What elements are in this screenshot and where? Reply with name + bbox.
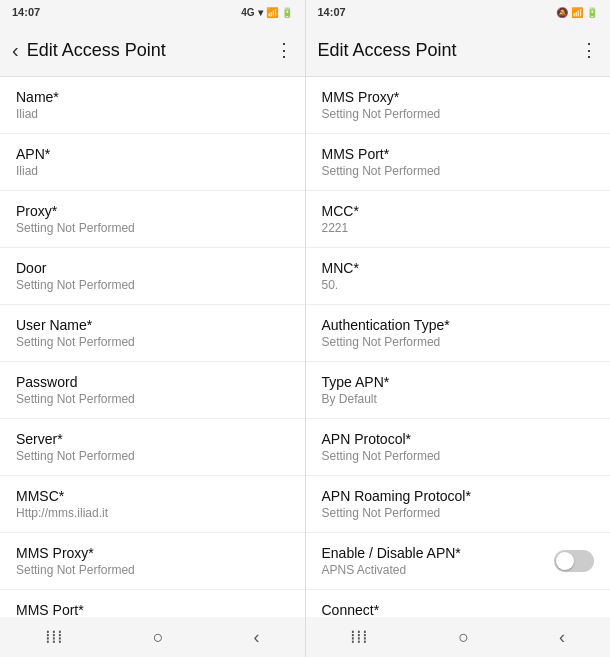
mute-icon-right: 🔕 — [556, 7, 568, 18]
back-nav-right[interactable]: ‹ — [559, 627, 565, 648]
nav-bar-right: ⁞⁞⁞ ○ ‹ — [306, 617, 611, 657]
setting-label: APN* — [16, 146, 289, 162]
list-item[interactable]: Password Setting Not Performed — [0, 362, 305, 419]
setting-value: Setting Not Performed — [16, 221, 289, 235]
setting-value: APNS Activated — [322, 563, 461, 577]
home-right[interactable]: ○ — [458, 627, 469, 648]
setting-value: Setting Not Performed — [16, 278, 289, 292]
setting-label: MMSC* — [16, 488, 289, 504]
setting-value: Setting Not Performed — [16, 449, 289, 463]
list-item[interactable]: Type APN* By Default — [306, 362, 611, 419]
setting-value: 2221 — [322, 221, 595, 235]
setting-label: MNC* — [322, 260, 595, 276]
setting-label: MMS Proxy* — [322, 89, 595, 105]
setting-value: Setting Not Performed — [322, 107, 595, 121]
wifi-icon-right: 📶 — [571, 7, 583, 18]
back-nav-left[interactable]: ‹ — [254, 627, 260, 648]
setting-value: Setting Not Performed — [16, 392, 289, 406]
status-icons-right: 🔕 📶 🔋 — [556, 7, 598, 18]
setting-value: Setting Not Performed — [322, 506, 595, 520]
setting-label: Enable / Disable APN* — [322, 545, 461, 561]
recent-apps-right[interactable]: ⁞⁞⁞ — [350, 626, 368, 648]
setting-label: MMS Proxy* — [16, 545, 289, 561]
setting-label: Name* — [16, 89, 289, 105]
signal-icon-left: 4G — [241, 7, 254, 18]
setting-value: 50. — [322, 278, 595, 292]
network-icon-left: 📶 — [266, 7, 278, 18]
phone-right: 14:07 🔕 📶 🔋 Edit Access Point ⋮ MMS Prox… — [306, 0, 611, 657]
status-bar-left: 14:07 4G ▾ 📶 🔋 — [0, 0, 305, 24]
battery-icon-left: 🔋 — [281, 7, 293, 18]
home-left[interactable]: ○ — [153, 627, 164, 648]
time-left: 14:07 — [12, 6, 40, 18]
setting-value: Setting Not Performed — [322, 164, 595, 178]
list-item[interactable]: Name* Iliad — [0, 77, 305, 134]
toggle-thumb — [556, 552, 574, 570]
list-item[interactable]: Enable / Disable APN* APNS Activated — [306, 533, 611, 590]
status-icons-left: 4G ▾ 📶 🔋 — [241, 7, 292, 18]
wifi-icon-left: ▾ — [258, 7, 263, 18]
setting-value: By Default — [322, 392, 595, 406]
phones-container: 14:07 4G ▾ 📶 🔋 ‹ Edit Access Point ⋮ Nam… — [0, 0, 610, 657]
setting-label: User Name* — [16, 317, 289, 333]
setting-label: Type APN* — [322, 374, 595, 390]
setting-label: Door — [16, 260, 289, 276]
list-item[interactable]: MMS Proxy* Setting Not Performed — [0, 533, 305, 590]
back-button-left[interactable]: ‹ — [12, 39, 19, 62]
list-item[interactable]: MNC* 50. — [306, 248, 611, 305]
list-item[interactable]: APN Protocol* Setting Not Performed — [306, 419, 611, 476]
setting-value: Http://mms.iliad.it — [16, 506, 289, 520]
list-item[interactable]: Connect* Not Specified — [306, 590, 611, 617]
nav-bar-left: ⁞⁞⁞ ○ ‹ — [0, 617, 305, 657]
toggle-switch[interactable] — [554, 550, 594, 572]
list-item[interactable]: MMS Port* Impostazione con risulto — [0, 590, 305, 617]
list-item[interactable]: MMS Proxy* Setting Not Performed — [306, 77, 611, 134]
list-item[interactable]: APN* Iliad — [0, 134, 305, 191]
more-menu-right[interactable]: ⋮ — [580, 39, 598, 61]
setting-value: Setting Not Performed — [16, 563, 289, 577]
page-title-right: Edit Access Point — [318, 40, 581, 61]
status-bar-right: 14:07 🔕 📶 🔋 — [306, 0, 611, 24]
setting-value: Setting Not Performed — [322, 449, 595, 463]
setting-label: APN Roaming Protocol* — [322, 488, 595, 504]
page-title-left: Edit Access Point — [27, 40, 275, 61]
setting-label: MMS Port* — [16, 602, 289, 617]
app-bar-left: ‹ Edit Access Point ⋮ — [0, 24, 305, 76]
list-item[interactable]: APN Roaming Protocol* Setting Not Perfor… — [306, 476, 611, 533]
phone-left: 14:07 4G ▾ 📶 🔋 ‹ Edit Access Point ⋮ Nam… — [0, 0, 306, 657]
recent-apps-left[interactable]: ⁞⁞⁞ — [45, 626, 63, 648]
setting-label: MMS Port* — [322, 146, 595, 162]
settings-list-left[interactable]: Name* Iliad APN* Iliad Proxy* Setting No… — [0, 77, 305, 617]
setting-value: Setting Not Performed — [322, 335, 595, 349]
list-item[interactable]: MMSC* Http://mms.iliad.it — [0, 476, 305, 533]
list-item[interactable]: Authentication Type* Setting Not Perform… — [306, 305, 611, 362]
list-item[interactable]: MMS Port* Setting Not Performed — [306, 134, 611, 191]
list-item[interactable]: Server* Setting Not Performed — [0, 419, 305, 476]
time-right: 14:07 — [318, 6, 346, 18]
setting-value: Iliad — [16, 164, 289, 178]
list-item[interactable]: Proxy* Setting Not Performed — [0, 191, 305, 248]
setting-label: Authentication Type* — [322, 317, 595, 333]
setting-label: MCC* — [322, 203, 595, 219]
setting-value: Setting Not Performed — [16, 335, 289, 349]
app-bar-right: Edit Access Point ⋮ — [306, 24, 611, 76]
more-menu-left[interactable]: ⋮ — [275, 39, 293, 61]
setting-label: Server* — [16, 431, 289, 447]
list-item[interactable]: User Name* Setting Not Performed — [0, 305, 305, 362]
battery-icon-right: 🔋 — [586, 7, 598, 18]
setting-label: Connect* — [322, 602, 595, 617]
setting-label: APN Protocol* — [322, 431, 595, 447]
setting-value: Iliad — [16, 107, 289, 121]
list-item[interactable]: MCC* 2221 — [306, 191, 611, 248]
setting-label: Password — [16, 374, 289, 390]
list-item[interactable]: Door Setting Not Performed — [0, 248, 305, 305]
settings-list-right[interactable]: MMS Proxy* Setting Not Performed MMS Por… — [306, 77, 611, 617]
setting-label: Proxy* — [16, 203, 289, 219]
